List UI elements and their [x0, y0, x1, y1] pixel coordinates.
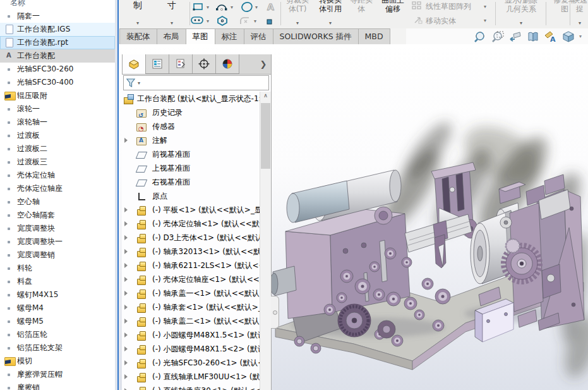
- tree-component-row[interactable]: (-) 小圆螺母M48X1.5<2> (默认: [122, 342, 260, 356]
- list-item[interactable]: 壳体定位轴: [0, 169, 115, 182]
- tree-item[interactable]: 注解: [122, 133, 260, 147]
- chevron-down-icon[interactable]: [499, 20, 543, 26]
- list-item[interactable]: 过渡板: [0, 129, 115, 142]
- slot-tool-icon[interactable]: [190, 15, 203, 27]
- view-orientation-icon[interactable]: [561, 30, 575, 43]
- tree-item[interactable]: 上视基准面: [122, 161, 260, 175]
- expand-arrow-icon[interactable]: [124, 319, 128, 324]
- chevron-down-icon[interactable]: [207, 4, 209, 10]
- chevron-down-icon[interactable]: [315, 20, 346, 26]
- expand-arrow-icon[interactable]: [124, 263, 128, 268]
- move-entities-button[interactable]: 移动实体: [426, 16, 456, 27]
- configurationmanager-tab[interactable]: [169, 54, 193, 74]
- list-item[interactable]: 光轴SFC30-400: [0, 76, 115, 89]
- list-item[interactable]: 宽度调整块: [0, 222, 115, 235]
- list-item[interactable]: 过渡板二: [0, 142, 115, 155]
- ribbon-tab[interactable]: 装配体: [119, 28, 157, 44]
- list-item[interactable]: 隔套一: [0, 9, 115, 23]
- ribbon-tab[interactable]: 标注: [215, 28, 244, 44]
- tree-item[interactable]: 传感器: [122, 119, 260, 133]
- ribbon-tab[interactable]: MBD: [358, 28, 390, 44]
- tree-item[interactable]: 历史记录: [122, 106, 260, 119]
- list-item[interactable]: 料轮: [0, 262, 115, 275]
- displaymanager-tab[interactable]: [215, 54, 239, 74]
- scrollbar-thumb[interactable]: [261, 103, 270, 169]
- chevron-down-icon[interactable]: [207, 18, 209, 24]
- list-item[interactable]: 滚轮一: [0, 102, 115, 116]
- convert-entities-button[interactable]: 转换实 体引用: [315, 0, 346, 28]
- chevron-down-icon[interactable]: [231, 4, 233, 10]
- list-item[interactable]: 摩擦销: [0, 381, 115, 390]
- expand-arrow-icon[interactable]: [124, 138, 128, 143]
- chevron-down-icon[interactable]: [255, 4, 258, 10]
- list-item[interactable]: 料盘: [0, 275, 115, 288]
- expand-arrow-icon[interactable]: [124, 360, 128, 365]
- tree-component-row[interactable]: (-) 轴承盖一<1> (默认<<默认>_: [122, 286, 260, 300]
- expand-arrow-icon[interactable]: [124, 249, 128, 254]
- expand-arrow-icon[interactable]: [124, 305, 128, 310]
- list-item[interactable]: 壳体定位轴座: [0, 182, 115, 195]
- section-view-icon[interactable]: [526, 30, 540, 43]
- list-item[interactable]: 滚轮轴一: [0, 116, 115, 129]
- list-item[interactable]: 螺母M4: [0, 302, 115, 315]
- tree-component-row[interactable]: (-) 光轴SFC30-260<1> (默认<<: [122, 356, 260, 370]
- ribbon-tab[interactable]: 布局: [157, 28, 186, 44]
- tree-item[interactable]: 右视基准面: [122, 175, 260, 189]
- expand-arrow-icon[interactable]: [124, 374, 128, 379]
- chevron-down-icon[interactable]: [123, 20, 153, 26]
- quick-snaps-button[interactable]: 快速捕 捉: [572, 0, 587, 28]
- sketch-text-icon[interactable]: A: [265, 1, 278, 13]
- name-column-header[interactable]: 名称: [10, 0, 25, 7]
- panel-splitter-handle[interactable]: [271, 296, 279, 329]
- ribbon-tab[interactable]: 评估: [244, 28, 273, 44]
- chevron-down-icon[interactable]: [484, 4, 486, 9]
- point-tool-icon[interactable]: [266, 16, 279, 28]
- list-item[interactable]: 辊压吸附: [0, 89, 115, 102]
- chevron-down-icon[interactable]: [138, 80, 140, 86]
- zoom-to-fit-icon[interactable]: [473, 30, 487, 43]
- expand-panel-icon[interactable]: ❯: [256, 54, 271, 74]
- zoom-to-area-icon[interactable]: [491, 30, 505, 43]
- expand-arrow-icon[interactable]: [124, 332, 128, 338]
- tree-component-row[interactable]: (-) 轴承套<1> (默认<<默认>_显: [122, 300, 260, 314]
- list-item[interactable]: 光轴SFC30-260: [0, 63, 115, 76]
- scroll-up-icon[interactable]: [260, 92, 271, 101]
- dimxpertmanager-tab[interactable]: [192, 54, 216, 74]
- expand-arrow-icon[interactable]: [124, 291, 128, 296]
- list-item[interactable]: 铝箔压轮支架: [0, 341, 115, 355]
- view-annotations-icon[interactable]: A: [544, 30, 558, 43]
- list-item[interactable]: 过渡板三: [0, 155, 115, 169]
- list-item[interactable]: 工作台装配.IGS: [0, 23, 115, 36]
- tree-item[interactable]: 前视基准面: [122, 147, 260, 161]
- rectangle-tool-icon[interactable]: [192, 1, 205, 13]
- list-item[interactable]: 宽度调整销: [0, 248, 115, 262]
- tree-component-row[interactable]: (-) 小圆螺母M48X1.5<1> (默认: [122, 328, 260, 342]
- display-relations-button[interactable]: 显示/删除 几何关系: [499, 0, 543, 28]
- linear-sketch-pattern-button[interactable]: 线性草图阵列: [426, 1, 471, 12]
- list-item[interactable]: 空心轴隔套: [0, 209, 115, 222]
- tree-component-row[interactable]: (-) 轴承6211-2LS<1> (默认<<默: [122, 259, 260, 272]
- chevron-down-icon[interactable]: [572, 20, 587, 26]
- offset-on-surface-button[interactable]: 曲面上 偏移: [376, 0, 409, 28]
- chevron-down-icon[interactable]: [283, 20, 312, 26]
- chevron-down-icon[interactable]: [254, 18, 256, 24]
- tree-component-row[interactable]: (-) 壳体定位轴<1> (默认<<默认: [122, 217, 260, 231]
- chevron-down-icon[interactable]: [157, 20, 187, 26]
- list-item[interactable]: 铝箔压轮: [0, 328, 115, 341]
- tree-component-row[interactable]: (-) 轴承盖二<1> (默认<<默认>_: [122, 314, 260, 328]
- tree-filter-input[interactable]: [123, 75, 269, 90]
- smart-dimension-button[interactable]: 寸: [157, 0, 187, 28]
- chevron-down-icon[interactable]: [579, 34, 582, 39]
- list-item[interactable]: 螺钉M4X15: [0, 288, 115, 302]
- arc-tool-icon[interactable]: [215, 1, 228, 13]
- chevron-down-icon[interactable]: [484, 18, 486, 23]
- expand-arrow-icon[interactable]: [124, 221, 128, 226]
- list-item[interactable]: 工作台装配: [0, 49, 115, 63]
- tree-component-row[interactable]: (-) 轴承32013<1> (默认<<默认: [122, 245, 260, 259]
- previous-view-icon[interactable]: [508, 30, 522, 43]
- list-item[interactable]: 模切: [0, 355, 115, 368]
- tree-component-row[interactable]: (-) 直线轴承LMF30UU<1> (默认: [122, 370, 260, 384]
- ellipse-tool-icon[interactable]: [240, 1, 253, 13]
- propertymanager-tab[interactable]: [145, 54, 169, 74]
- list-item[interactable]: 宽度调整块一: [0, 235, 115, 248]
